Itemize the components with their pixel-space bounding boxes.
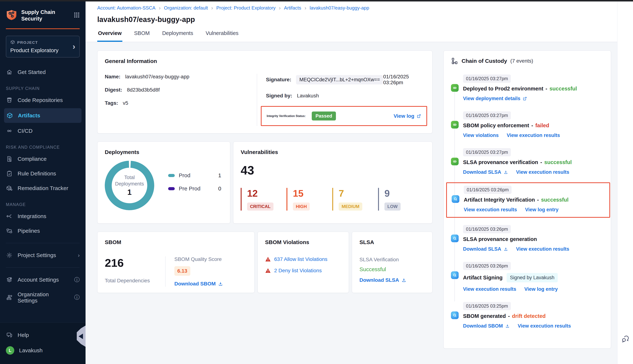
view-deployment-details-link[interactable]: View deployment details (463, 96, 527, 102)
download-slsa-link[interactable]: Download SLSA (463, 169, 508, 175)
tags-value: v5 (123, 100, 128, 106)
signed-by-label: Signed by: (266, 93, 292, 99)
breadcrumb-account[interactable]: Account: Automation-SSCA (97, 5, 156, 11)
project-cube-icon (10, 40, 15, 46)
sbom-total-label: Total Dependencies (105, 278, 165, 284)
chevron-right-icon: › (72, 42, 75, 50)
organization-settings-icon (6, 294, 13, 301)
integrity-status-highlight-box: Integrity Verification Status: Passed Vi… (261, 106, 427, 126)
tab-deployments[interactable]: Deployments (161, 28, 194, 42)
signature-value[interactable]: MEQCICde2VjIT...bL+2+mqnOXw== (296, 75, 383, 84)
sidebar-item-integrations[interactable]: Integrations (0, 209, 86, 224)
sidebar-item-project-settings[interactable]: Project Settings › (0, 248, 86, 262)
nav-section-risk: RISK AND COMPLIANCE (0, 138, 86, 152)
view-execution-results-link[interactable]: View execution results (507, 132, 560, 138)
signature-label: Signature: (266, 77, 291, 82)
view-execution-results-link[interactable]: View execution results (516, 169, 570, 175)
nav-section-manage: MANAGE (0, 196, 86, 209)
download-icon (504, 247, 508, 252)
view-log-link[interactable]: View log (394, 113, 421, 119)
module-grid-icon[interactable] (74, 12, 80, 19)
pre-prod-swatch (168, 187, 175, 190)
sidebar-item-get-started[interactable]: Get Started (0, 65, 86, 80)
divider (257, 74, 257, 126)
breadcrumb-org[interactable]: Organization: default (164, 5, 208, 11)
tags-label: Tags: (105, 100, 118, 106)
event-status: successful (544, 159, 572, 165)
sidebar-item-remediation-tracker[interactable]: Remediation Tracker (0, 181, 86, 196)
gear-icon (6, 252, 13, 259)
breadcrumb-current[interactable]: lavakush07/easy-buggy-app (310, 5, 369, 11)
user-name: Lavakush (19, 347, 42, 354)
download-sbom-link[interactable]: Download SBOM (174, 281, 223, 287)
account-settings-icon (6, 276, 13, 283)
scan-event-icon (452, 195, 459, 203)
sidebar-item-code-repositories[interactable]: Code Repositories (0, 93, 86, 108)
tab-vulnerabilities[interactable]: Vulnerabilities (205, 28, 239, 42)
deny-list-violations-link[interactable]: 2 Deny list Violations (274, 268, 322, 274)
integrity-status-badge: Passed (312, 112, 336, 120)
slsa-card: SLSA SLSA Verification Successful Downlo… (352, 232, 432, 293)
chain-events-count: (7 events) (510, 58, 533, 64)
topbar: Account: Automation-SSCA› Organization: … (86, 2, 633, 14)
chain-event-sbom-generated: 01/16/2025 03:25pm SBOM generated-drift … (451, 302, 604, 329)
chain-of-custody-card: Chain of Custody (7 events) 01/16/2025 0… (444, 50, 611, 348)
event-status: successful (541, 197, 568, 203)
download-sbom-link[interactable]: Download SBOM (463, 323, 510, 329)
chain-event-slsa-verification: 01/16/2025 03:27pm SLSA provenance verif… (451, 148, 604, 175)
critical-badge: CRITICAL (247, 202, 274, 210)
infinity-icon (6, 128, 13, 134)
stat-medium: 7 MEDIUM (332, 188, 378, 210)
breadcrumb-separator: › (304, 5, 306, 11)
info-icon[interactable]: ⓘ (74, 294, 80, 301)
chain-events-timeline: 01/16/2025 03:27pm Deployed to Prod2 env… (451, 74, 604, 329)
feedback-chat-icon[interactable] (620, 334, 630, 344)
sidebar-item-pipelines[interactable]: Pipelines (0, 224, 86, 238)
deployments-title: Deployments (105, 149, 223, 155)
view-execution-results-link[interactable]: View execution results (464, 207, 517, 212)
project-selector[interactable]: PROJECT Product Exploratory › (6, 36, 80, 58)
info-icon[interactable]: ⓘ (74, 276, 80, 284)
stat-high: 15 HIGH (286, 188, 332, 210)
sidebar-item-account-settings[interactable]: Account Settings ⓘ (0, 272, 86, 288)
pipeline-event-icon (451, 158, 459, 165)
event-timestamp: 01/16/2025 03:27pm (463, 111, 511, 120)
sbom-title: SBOM (105, 239, 247, 245)
name-value: lavakush07/easy-buggy-app (125, 74, 190, 80)
sidebar-item-compliance[interactable]: Compliance (0, 152, 86, 166)
sbom-violations-card: SBOM Violations 637 Allow list Violation… (258, 232, 349, 293)
view-execution-results-link[interactable]: View execution results (518, 323, 571, 329)
event-timestamp: 01/16/2025 03:26pm (463, 225, 511, 233)
view-violations-link[interactable]: View violations (463, 132, 499, 138)
scan-event-icon (451, 234, 459, 242)
titlebar: lavakush07/easy-buggy-app (86, 14, 633, 28)
sidebar-item-rule-definitions[interactable]: Rule Definitions (0, 166, 86, 181)
download-slsa-link[interactable]: Download SLSA (463, 246, 508, 252)
event-status: successful (550, 86, 577, 92)
event-timestamp: 01/16/2025 03:27pm (463, 148, 511, 156)
warning-icon (265, 268, 271, 274)
prod-swatch (168, 174, 175, 177)
right-gutter (617, 2, 633, 364)
breadcrumb-project[interactable]: Project: Product Exploratory (216, 5, 276, 11)
allow-list-violations-link[interactable]: 637 Allow list Violations (274, 256, 328, 262)
signed-by-badge: Signed by Lavakush (506, 273, 558, 282)
help-chat-icon (6, 332, 13, 338)
view-execution-results-link[interactable]: View execution results (463, 286, 516, 292)
sidebar-item-cicd[interactable]: CI/CD (0, 124, 86, 138)
sidebar-item-organization-settings[interactable]: Organization Settings ⓘ (0, 288, 86, 308)
general-information-title: General Information (105, 58, 425, 64)
pipelines-icon (6, 228, 13, 234)
tab-overview[interactable]: Overview (97, 28, 122, 42)
integrity-status-label: Integrity Verification Status: (267, 114, 306, 118)
view-log-entry-link[interactable]: View log entry (525, 207, 559, 212)
sidebar-item-artifacts[interactable]: Artifacts (4, 108, 82, 123)
view-log-entry-link[interactable]: View log entry (524, 286, 558, 292)
view-execution-results-link[interactable]: View execution results (516, 246, 570, 252)
sidebar-item-help[interactable]: Help (0, 328, 86, 342)
donut-center-value: 1 (127, 188, 132, 197)
breadcrumb-artifacts[interactable]: Artifacts (284, 5, 301, 11)
download-slsa-link[interactable]: Download SLSA (359, 277, 406, 283)
sidebar-item-user[interactable]: L Lavakush (0, 342, 86, 358)
tab-sbom[interactable]: SBOM (133, 28, 150, 42)
